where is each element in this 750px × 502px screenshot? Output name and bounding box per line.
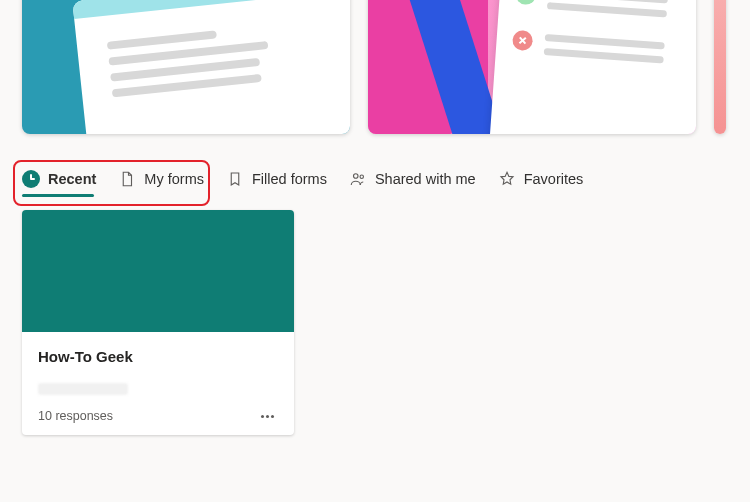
document-illustration [72,0,350,134]
check-icon [515,0,536,5]
document-illustration [489,0,696,134]
form-card[interactable]: How-To Geek 10 responses [22,210,294,435]
template-card[interactable] [22,0,350,134]
tab-recent[interactable]: Recent [22,170,96,196]
form-responses-count: 10 responses [38,409,113,423]
svg-point-1 [360,175,363,178]
star-icon [498,170,516,188]
tab-label: Recent [48,171,96,187]
tab-label: My forms [144,171,204,187]
template-card[interactable] [368,0,696,134]
tab-favorites[interactable]: Favorites [498,170,584,196]
form-cover [22,210,294,332]
template-card-edge[interactable] [714,0,726,134]
clock-icon [22,170,40,188]
forms-grid: How-To Geek 10 responses [0,196,750,449]
tab-label: Favorites [524,171,584,187]
close-icon [512,30,533,51]
template-cards-row [0,0,750,134]
tab-label: Filled forms [252,171,327,187]
document-icon [118,170,136,188]
tab-shared-with-me[interactable]: Shared with me [349,170,476,196]
tab-my-forms[interactable]: My forms [118,170,204,196]
tab-filled-forms[interactable]: Filled forms [226,170,327,196]
more-options-button[interactable] [257,411,278,422]
form-author-redacted [38,383,128,395]
svg-point-0 [353,174,358,179]
people-icon [349,170,367,188]
bookmark-icon [226,170,244,188]
tab-label: Shared with me [375,171,476,187]
forms-tabs: Recent My forms Filled forms Shared with… [0,134,750,196]
form-title: How-To Geek [38,348,278,365]
